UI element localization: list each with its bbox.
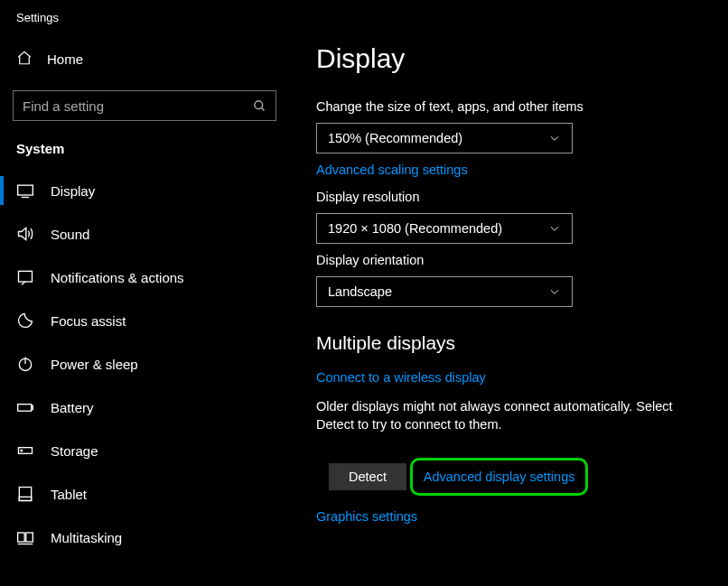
nav-label: Sound [51,227,89,242]
notifications-icon [16,268,34,286]
resolution-value: 1920 × 1080 (Recommended) [328,221,502,236]
display-icon [16,181,34,200]
sidebar: Settings Home System Display So [0,0,289,586]
svg-point-0 [254,100,262,108]
multitasking-icon [16,528,34,546]
svg-rect-8 [32,405,33,409]
nav-item-tablet[interactable]: Tablet [0,472,289,516]
chevron-down-icon [548,222,561,235]
nav-label: Focus assist [51,313,126,329]
svg-rect-4 [19,271,33,282]
scale-dropdown[interactable]: 150% (Recommended) [316,123,573,153]
chevron-down-icon [548,132,561,144]
main-panel: Display Change the size of text, apps, a… [289,0,728,586]
nav-item-display[interactable]: Display [0,169,289,212]
power-icon [16,355,34,373]
app-title: Settings [0,7,289,41]
page-heading: Display [316,43,714,74]
focus-assist-icon [16,312,34,330]
scale-label: Change the size of text, apps, and other… [316,99,714,114]
nav-item-battery[interactable]: Battery [0,386,289,429]
storage-icon [16,442,34,460]
search-input[interactable] [23,98,252,114]
home-label: Home [47,51,83,67]
svg-line-1 [261,107,264,110]
svg-rect-7 [18,405,32,412]
scale-value: 150% (Recommended) [328,131,462,145]
nav-item-power-sleep[interactable]: Power & sleep [0,342,289,386]
svg-rect-13 [18,533,25,542]
nav-label: Storage [51,443,98,459]
detect-button[interactable]: Detect [329,463,406,490]
resolution-dropdown[interactable]: 1920 × 1080 (Recommended) [316,213,573,244]
nav-label: Tablet [51,487,87,502]
nav-label: Display [51,183,95,199]
graphics-settings-link[interactable]: Graphics settings [316,509,417,524]
sound-icon [16,225,34,243]
multiple-displays-heading: Multiple displays [316,332,714,354]
resolution-label: Display resolution [316,190,714,204]
nav-label: Multitasking [51,530,122,545]
nav-label: Battery [51,400,94,415]
advanced-scaling-link[interactable]: Advanced scaling settings [316,163,468,177]
nav-item-sound[interactable]: Sound [0,212,289,256]
nav-list: Display Sound Notifications & actions Fo… [0,169,289,559]
orientation-label: Display orientation [316,253,714,267]
detect-help-text: Older displays might not always connect … [316,397,714,434]
search-box[interactable] [13,90,276,121]
nav-item-focus-assist[interactable]: Focus assist [0,299,289,342]
battery-icon [16,398,34,416]
nav-label: Notifications & actions [51,270,184,285]
nav-item-notifications[interactable]: Notifications & actions [0,256,289,299]
svg-rect-14 [26,533,33,542]
svg-point-10 [21,450,23,451]
home-icon [16,50,33,69]
nav-item-multitasking[interactable]: Multitasking [0,516,289,559]
category-heading: System [0,121,289,163]
orientation-dropdown[interactable]: Landscape [316,276,573,307]
home-button[interactable]: Home [0,41,289,78]
highlight-annotation: Advanced display settings [410,458,589,496]
nav-label: Power & sleep [51,357,138,372]
search-icon [252,98,266,113]
orientation-value: Landscape [328,284,392,299]
nav-item-storage[interactable]: Storage [0,429,289,472]
chevron-down-icon [548,285,561,298]
svg-rect-2 [18,185,33,195]
tablet-icon [16,485,34,503]
svg-rect-12 [19,497,31,500]
svg-rect-11 [19,488,31,501]
connect-wireless-link[interactable]: Connect to a wireless display [316,370,486,385]
advanced-display-link[interactable]: Advanced display settings [424,470,575,484]
